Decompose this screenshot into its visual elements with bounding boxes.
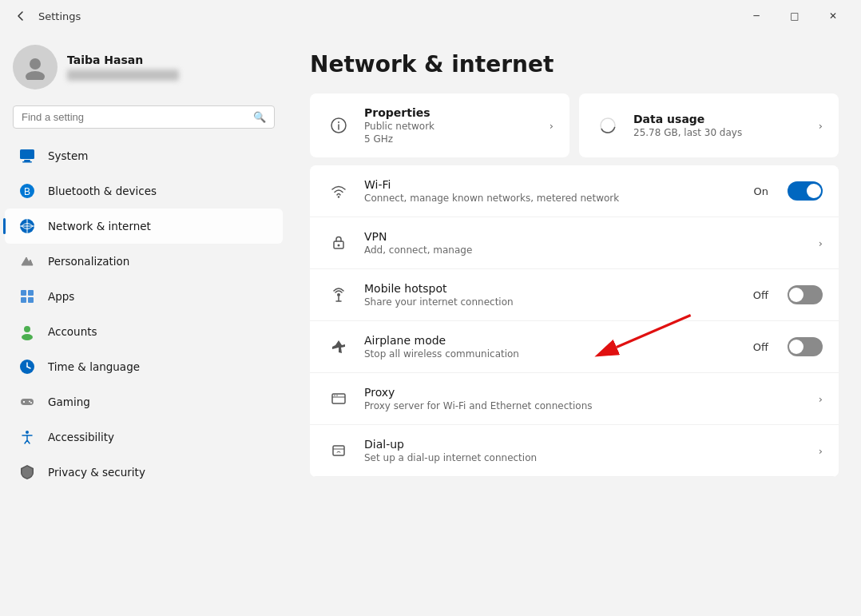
data-usage-sub: 25.78 GB, last 30 days (633, 127, 806, 138)
avatar (13, 45, 58, 89)
vpn-text: VPNAdd, connect, manage (364, 230, 806, 256)
airplane-toggle[interactable] (788, 337, 823, 356)
page-title: Network & internet (310, 51, 839, 77)
user-info: Taiba Hasan (67, 54, 179, 81)
sidebar-item-accessibility[interactable]: Accessibility (5, 419, 283, 455)
sidebar-item-accounts[interactable]: Accounts (5, 314, 283, 349)
properties-card[interactable]: Properties Public network 5 GHz › (310, 93, 569, 157)
close-button[interactable]: ✕ (815, 3, 851, 29)
minimize-button[interactable]: ─ (738, 3, 775, 29)
wifi-sub: Connect, manage known networks, metered … (364, 193, 741, 204)
airplane-row[interactable]: Airplane modeStop all wireless communica… (310, 321, 839, 373)
airplane-icon (326, 338, 351, 356)
sidebar-item-personalization[interactable]: Personalization (5, 244, 283, 279)
svg-point-34 (337, 293, 340, 296)
back-button[interactable] (10, 5, 32, 27)
user-profile[interactable]: Taiba Hasan (0, 32, 288, 99)
airplane-toggle-thumb (789, 340, 803, 354)
dialup-chevron: › (819, 445, 823, 457)
content-area: Network & internet Properties Public net… (288, 32, 861, 616)
accessibility-icon (18, 427, 37, 447)
svg-point-0 (30, 58, 41, 70)
nav-list: SystemBBluetooth & devicesNetwork & inte… (0, 138, 288, 490)
hotspot-text: Mobile hotspotShare your internet connec… (364, 282, 740, 308)
svg-rect-40 (333, 446, 344, 455)
app-title: Settings (38, 10, 81, 22)
sidebar-item-label-apps: Apps (48, 290, 74, 303)
proxy-chevron: › (819, 393, 823, 405)
svg-rect-13 (28, 297, 34, 303)
data-usage-text: Data usage 25.78 GB, last 30 days (633, 113, 806, 138)
titlebar: Settings ─ □ ✕ (0, 0, 861, 32)
svg-point-22 (29, 401, 30, 403)
sidebar-item-label-time: Time & language (48, 360, 140, 373)
airplane-toggle-label: Off (753, 341, 768, 353)
sidebar-item-privacy[interactable]: Privacy & security (5, 455, 283, 490)
hotspot-toggle-thumb (789, 288, 803, 302)
hotspot-icon (326, 286, 351, 304)
search-input[interactable] (22, 111, 247, 123)
svg-point-14 (24, 326, 30, 332)
svg-rect-4 (22, 161, 32, 163)
hotspot-sub: Share your internet connection (364, 296, 740, 308)
wifi-toggle[interactable] (788, 181, 823, 201)
svg-rect-2 (20, 149, 34, 159)
hotspot-toggle[interactable] (788, 285, 823, 304)
properties-sub2: 5 GHz (364, 133, 537, 145)
sidebar-item-network[interactable]: Network & internet (5, 209, 283, 244)
svg-point-23 (30, 402, 32, 403)
airplane-title: Airplane mode (364, 334, 740, 347)
network-icon (18, 217, 37, 236)
search-container: 🔍 (0, 99, 288, 138)
dialup-text: Dial-upSet up a dial-up internet connect… (364, 438, 806, 463)
wifi-row[interactable]: Wi-FiConnect, manage known networks, met… (310, 165, 839, 217)
sidebar-item-system[interactable]: System (5, 138, 283, 173)
proxy-row[interactable]: ProxyProxy server for Wi-Fi and Ethernet… (310, 373, 839, 425)
sidebar-item-gaming[interactable]: Gaming (5, 384, 283, 419)
properties-sub1: Public network (364, 121, 537, 132)
maximize-button[interactable]: □ (776, 3, 813, 29)
vpn-row[interactable]: VPNAdd, connect, manage› (310, 217, 839, 269)
privacy-icon (18, 463, 37, 482)
data-usage-title: Data usage (633, 113, 806, 125)
wifi-toggle-thumb (807, 184, 821, 198)
hotspot-title: Mobile hotspot (364, 282, 740, 295)
proxy-title: Proxy (364, 386, 806, 399)
sidebar-item-label-network: Network & internet (48, 220, 151, 232)
svg-point-15 (22, 334, 33, 340)
airplane-sub: Stop all wireless communication (364, 348, 740, 360)
sidebar-item-label-bluetooth: Bluetooth & devices (48, 185, 157, 197)
sidebar-item-label-accessibility: Accessibility (48, 431, 114, 443)
sidebar-item-apps[interactable]: Apps (5, 279, 283, 314)
bluetooth-icon: B (18, 181, 37, 201)
svg-point-38 (334, 395, 335, 396)
sidebar-item-bluetooth[interactable]: BBluetooth & devices (5, 173, 283, 209)
proxy-sub: Proxy server for Wi-Fi and Ethernet conn… (364, 400, 806, 411)
svg-point-24 (26, 431, 29, 434)
wifi-text: Wi-FiConnect, manage known networks, met… (364, 178, 741, 204)
data-usage-card[interactable]: Data usage 25.78 GB, last 30 days › (579, 93, 839, 157)
time-icon (18, 357, 37, 376)
vpn-chevron: › (819, 237, 823, 249)
dialup-title: Dial-up (364, 438, 806, 451)
svg-rect-19 (21, 399, 34, 405)
vpn-sub: Add, connect, manage (364, 244, 806, 256)
settings-group: Wi-FiConnect, manage known networks, met… (310, 165, 839, 477)
svg-rect-3 (24, 160, 30, 161)
airplane-text: Airplane modeStop all wireless communica… (364, 334, 740, 360)
properties-icon (326, 117, 351, 134)
vpn-title: VPN (364, 230, 806, 243)
proxy-text: ProxyProxy server for Wi-Fi and Ethernet… (364, 386, 806, 411)
apps-icon (18, 287, 37, 306)
svg-point-31 (338, 196, 339, 197)
svg-point-1 (26, 71, 45, 80)
sidebar-item-label-gaming: Gaming (48, 395, 90, 408)
sidebar: Taiba Hasan 🔍 SystemBBluetooth & devices… (0, 32, 288, 616)
sidebar-item-time[interactable]: Time & language (5, 349, 283, 384)
hotspot-row[interactable]: Mobile hotspotShare your internet connec… (310, 269, 839, 321)
dialup-row[interactable]: Dial-upSet up a dial-up internet connect… (310, 425, 839, 477)
svg-rect-12 (21, 297, 26, 303)
personalization-icon (18, 252, 37, 271)
search-box[interactable]: 🔍 (13, 105, 275, 129)
user-name: Taiba Hasan (67, 54, 179, 66)
